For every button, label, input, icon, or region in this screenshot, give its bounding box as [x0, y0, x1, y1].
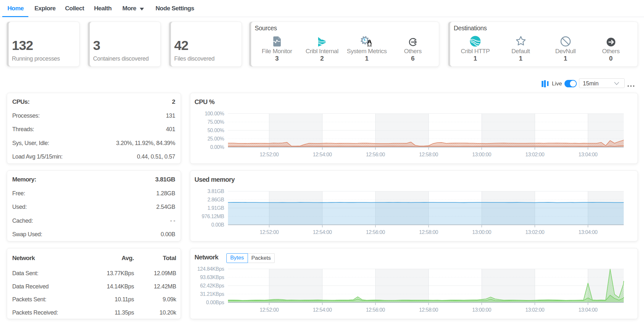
svg-text:12:56:00: 12:56:00: [366, 307, 385, 313]
svg-text:12:56:00: 12:56:00: [366, 229, 385, 235]
svg-text:0.00Bps: 0.00Bps: [206, 300, 224, 305]
svg-text:31.21KBps: 31.21KBps: [200, 291, 224, 297]
svg-text:12:52:00: 12:52:00: [260, 229, 279, 235]
svg-text:12:58:00: 12:58:00: [419, 307, 438, 313]
svg-text:124.84KBps: 124.84KBps: [197, 266, 224, 272]
svg-text:12:56:00: 12:56:00: [366, 152, 385, 157]
svg-text:976.12MB: 976.12MB: [202, 214, 224, 219]
svg-text:50.00%: 50.00%: [207, 128, 224, 133]
svg-text:25.00%: 25.00%: [207, 136, 224, 141]
svg-text:12:54:00: 12:54:00: [313, 152, 332, 157]
svg-text:12:52:00: 12:52:00: [260, 307, 279, 313]
svg-text:13:02:00: 13:02:00: [525, 229, 545, 235]
svg-text:13:04:00: 13:04:00: [578, 307, 598, 313]
svg-text:93.63KBps: 93.63KBps: [200, 275, 224, 280]
svg-text:12:58:00: 12:58:00: [419, 152, 438, 157]
svg-text:13:00:00: 13:00:00: [472, 152, 491, 157]
svg-text:100.00%: 100.00%: [205, 111, 224, 116]
svg-text:13:02:00: 13:02:00: [525, 152, 545, 157]
svg-text:3.81GB: 3.81GB: [207, 189, 224, 194]
svg-text:12:58:00: 12:58:00: [419, 229, 438, 235]
svg-text:75.00%: 75.00%: [207, 119, 224, 125]
svg-text:62.42KBps: 62.42KBps: [200, 283, 224, 288]
svg-text:13:04:00: 13:04:00: [578, 229, 598, 235]
svg-text:13:04:00: 13:04:00: [578, 152, 598, 157]
svg-text:13:00:00: 13:00:00: [472, 229, 491, 235]
svg-text:2.86GB: 2.86GB: [207, 197, 224, 202]
svg-text:1.91GB: 1.91GB: [207, 205, 224, 211]
svg-text:12:54:00: 12:54:00: [313, 229, 332, 235]
svg-text:12:54:00: 12:54:00: [313, 307, 332, 313]
svg-text:0.00%: 0.00%: [210, 144, 224, 150]
svg-text:12:52:00: 12:52:00: [260, 152, 279, 157]
svg-text:13:02:00: 13:02:00: [525, 307, 545, 313]
svg-text:0.00B: 0.00B: [211, 222, 224, 228]
svg-text:13:00:00: 13:00:00: [472, 307, 491, 313]
